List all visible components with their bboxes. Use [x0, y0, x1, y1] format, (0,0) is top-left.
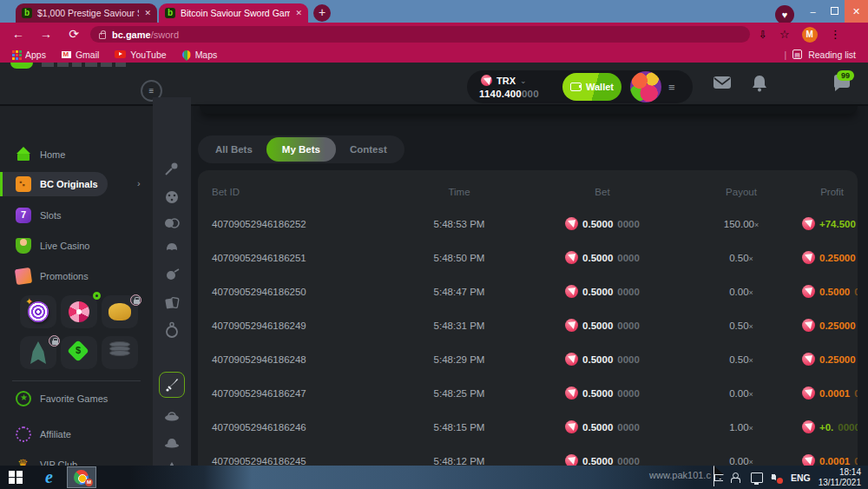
table-row: 407090529461862515:48:50 PM0.500000000.5…	[198, 241, 858, 274]
coin-stack-icon	[109, 343, 130, 356]
sidebar-item-affiliate[interactable]: Affiliate	[0, 422, 153, 446]
reload-button[interactable]: ⟳	[62, 23, 85, 46]
trx-coin-icon	[802, 454, 815, 466]
bookmark-star-icon[interactable]: ☆	[779, 28, 790, 41]
bcgame-favicon: b	[22, 8, 32, 18]
trx-coin-icon	[802, 420, 815, 433]
browser-menu-icon[interactable]: ⋮	[830, 28, 841, 41]
wheel-icon	[69, 301, 89, 322]
bet-id: 40709052946186252	[212, 219, 394, 229]
rail-coinflip-icon[interactable]	[163, 215, 181, 232]
window-close-button[interactable]: ✕	[845, 0, 868, 23]
bet-amount: 0.50000000	[524, 285, 681, 298]
table-row: 407090529461862525:48:53 PM0.50000000150…	[198, 207, 858, 241]
sidebar-item-bc-originals[interactable]: BC Originals	[0, 172, 108, 196]
bookmark-apps[interactable]: Apps	[12, 50, 46, 60]
people-tray-icon[interactable]	[731, 472, 743, 483]
chrome-taskbar-button[interactable]: M	[67, 466, 96, 488]
chevron-right-icon[interactable]: ›	[137, 178, 141, 188]
tab-my-bets[interactable]: My Bets	[266, 137, 336, 162]
browser-profile-avatar[interactable]: M	[802, 27, 818, 43]
rail-dice-icon[interactable]	[163, 188, 181, 206]
bookmark-maps[interactable]: Maps	[182, 50, 218, 60]
tab-contest[interactable]: Contest	[336, 135, 401, 163]
game-shortcut-piggy[interactable]	[102, 295, 138, 328]
window-minimize-button[interactable]: –	[802, 0, 824, 23]
trx-coin-icon	[565, 251, 578, 264]
new-tab-button[interactable]: +	[313, 4, 331, 22]
sidebar-item-label: Affiliate	[40, 429, 71, 439]
col-payout: Payout	[681, 187, 802, 197]
game-shortcut-rocket[interactable]	[20, 336, 56, 369]
trx-coin-icon	[565, 319, 578, 332]
dollar-tag-icon	[67, 340, 89, 361]
sidebar-divider	[12, 380, 141, 381]
forward-button[interactable]: →	[35, 23, 57, 46]
rail-plinko-icon[interactable]	[163, 267, 181, 284]
game-shortcut-wheel[interactable]	[61, 295, 97, 328]
rail-cards-icon[interactable]	[163, 294, 181, 312]
sidebar-item-live-casino[interactable]: Live Casino	[0, 234, 153, 258]
rail-hat-icon[interactable]	[163, 434, 181, 452]
sidebar-item-slots[interactable]: Slots	[0, 203, 153, 228]
taskbar-clock[interactable]: 18:1413/11/2021	[819, 467, 865, 488]
browser-tab-sword-game[interactable]: b Bitcoin Saviour Sword Game - Pla ✕	[159, 3, 308, 23]
bet-time: 5:48:47 PM	[394, 287, 524, 297]
game-panel-bottom-edge	[200, 106, 858, 114]
payout-multiplier: 0.50×	[681, 354, 802, 365]
rail-sword-icon-active[interactable]	[159, 372, 185, 398]
promotions-icon	[15, 268, 32, 285]
sidebar-item-vip-club[interactable]: VIP Club	[0, 453, 153, 466]
bookmark-label: Maps	[195, 50, 218, 60]
bookmark-gmail[interactable]: Gmail	[62, 50, 99, 60]
tab-title: Bitcoin Saviour Sword Game - Pla	[181, 8, 290, 18]
game-shortcut-tag[interactable]	[61, 336, 97, 369]
table-row: 407090529461862465:48:15 PM0.500000001.0…	[198, 410, 858, 444]
url-domain: bc.game	[112, 30, 151, 40]
browser-tab-prestige[interactable]: b $1,000 Prestige Saviour Sword Ch ✕	[16, 3, 157, 23]
bet-time: 5:48:25 PM	[394, 388, 524, 399]
address-bar[interactable]: bc.game/sword	[90, 26, 750, 43]
rail-crest-icon[interactable]	[163, 238, 181, 255]
game-shortcut-coins[interactable]	[102, 336, 138, 369]
bet-id: 40709052946186249	[212, 320, 394, 331]
favorite-star-icon	[16, 391, 31, 406]
start-button[interactable]	[9, 471, 31, 485]
chrome-profile-badge: M	[85, 479, 93, 486]
sidebar-item-favorite-games[interactable]: Favorite Games	[0, 387, 153, 411]
bookmark-youtube[interactable]: YouTube	[115, 50, 166, 60]
bcgame-favicon: b	[165, 8, 175, 18]
payout-multiplier: 0.50×	[681, 320, 802, 331]
reading-list-button[interactable]: | ▤ Reading list	[784, 50, 856, 60]
payout-multiplier: 0.00×	[681, 388, 802, 399]
payout-multiplier: 0.00×	[681, 287, 802, 297]
sidebar-item-promotions[interactable]: Promotions	[0, 264, 153, 288]
tab-close-icon[interactable]: ✕	[144, 9, 151, 17]
sidebar-item-label: Home	[40, 149, 65, 160]
bookmark-label: YouTube	[130, 50, 166, 60]
rail-crash-icon[interactable]	[163, 160, 181, 177]
volume-muted-icon[interactable]	[771, 472, 783, 483]
bets-table: Bet ID Time Bet Payout Profit 4070905294…	[198, 170, 858, 466]
share-icon[interactable]: ⇩	[759, 29, 767, 41]
network-tray-icon[interactable]	[751, 472, 763, 483]
tab-close-icon[interactable]: ✕	[295, 9, 302, 17]
action-center-flag-icon[interactable]	[714, 474, 723, 481]
bookmark-label: Gmail	[76, 50, 99, 60]
rocket-icon	[30, 341, 46, 364]
game-shortcut-target[interactable]	[20, 295, 56, 328]
sidebar-item-home[interactable]: Home	[0, 142, 153, 167]
language-indicator[interactable]: ENG	[791, 472, 811, 483]
payout-multiplier: 0.50×	[681, 253, 802, 263]
lock-badge-icon	[49, 335, 60, 347]
internet-explorer-icon[interactable]: e	[45, 467, 53, 487]
rail-ufo-icon[interactable]	[163, 408, 181, 426]
bet-time: 5:48:29 PM	[394, 354, 524, 365]
bet-id: 40709052946186250	[212, 287, 394, 297]
rail-limbo-icon[interactable]	[163, 321, 181, 339]
back-button[interactable]: ←	[7, 23, 30, 46]
window-maximize-button[interactable]	[824, 0, 845, 23]
tab-all-bets[interactable]: All Bets	[201, 135, 266, 163]
screen: b $1,000 Prestige Saviour Sword Ch ✕ b B…	[0, 0, 868, 489]
media-control-button[interactable]: ♥	[775, 5, 794, 24]
